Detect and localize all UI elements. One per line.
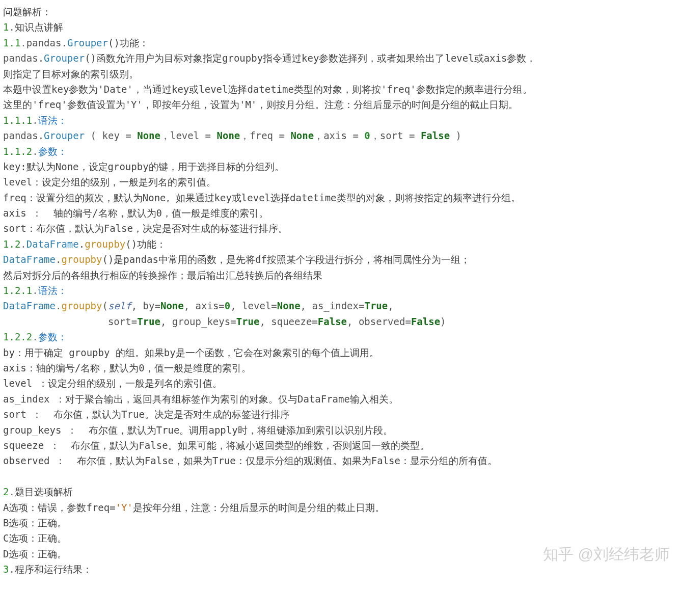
option-b: B选项：正确。 [3, 515, 677, 530]
groupby-signature-2: DataFrame.groupby(sort=True, group_keys=… [3, 314, 677, 329]
param2-sq: squeeze ： 布尔值，默认为False。如果可能，将减小返回类型的维数，否… [3, 438, 677, 453]
section-1-1-1: 1.1.1.语法： [3, 113, 677, 128]
para-grouper-desc-3: 这里的'freq'参数值设置为'Y'，即按年分组，设置为'M'，则按月分组。注意… [3, 97, 677, 112]
param2-axis: axis：轴的编号/名称，默认为0，值一般是维度的索引。 [3, 360, 677, 376]
param2-asidx: as_index ：对于聚合输出，返回具有组标签作为索引的对象。仅与DataFr… [3, 391, 677, 407]
blank [3, 469, 677, 484]
section-1-1: 1.1.pandas.Grouper()功能： [3, 35, 677, 50]
param-axis: axis ： 轴的编号/名称，默认为0，值一般是维度的索引。 [3, 205, 677, 221]
section-1: 1.知识点讲解 [3, 19, 677, 35]
param-freq: freq：设置分组的频次，默认为None。如果通过key或level选择date… [3, 190, 677, 205]
para-grouper-desc-2: 本题中设置key参数为'Date'，当通过key或level选择datetime… [3, 82, 677, 97]
param-level: level：设定分组的级别，一般是列名的索引值。 [3, 174, 677, 190]
param2-sort: sort ： 布尔值，默认为True。决定是否对生成的标签进行排序 [3, 407, 677, 422]
param2-gk: group_keys ： 布尔值，默认为True。调用apply时，将组键添加到… [3, 422, 677, 438]
title: 问题解析： [3, 4, 677, 19]
param-sort: sort：布尔值，默认为False，决定是否对生成的标签进行排序。 [3, 221, 677, 236]
option-d: D选项：正确。 [3, 546, 677, 561]
option-a: A选项：错误，参数freq='Y'是按年分组，注意：分组后显示的时间是分组的截止… [3, 500, 677, 515]
option-c: C选项：正确。 [3, 530, 677, 546]
grouper-signature: pandas.Grouper ( key = None，level = None… [3, 128, 677, 143]
section-2: 2.题目选项解析 [3, 484, 677, 499]
para-grouper-desc-1: pandas.Grouper()函数允许用户为目标对象指定groupby指令通过… [3, 50, 677, 66]
para-grouper-desc-1b: 则指定了目标对象的索引级别。 [3, 66, 677, 82]
section-3: 3.程序和运行结果： [3, 561, 677, 577]
section-1-2-2: 1.2.2.参数： [3, 329, 677, 344]
para-groupby-desc-2: 然后对拆分后的各组执行相应的转换操作；最后输出汇总转换后的各组结果 [3, 267, 677, 283]
section-1-1-2: 1.1.2.参数： [3, 144, 677, 159]
groupby-signature-1: DataFrame.groupby(self, by=None, axis=0,… [3, 298, 677, 313]
param2-level: level ：设定分组的级别，一般是列名的索引值。 [3, 376, 677, 391]
para-groupby-desc-1: DataFrame.groupby()是pandas中常用的函数，是先将df按照… [3, 252, 677, 267]
section-1-2: 1.2.DataFrame.groupby()功能： [3, 236, 677, 252]
param2-by: by：用于确定 groupby 的组。如果by是一个函数，它会在对象索引的每个值… [3, 345, 677, 360]
param2-obs: observed ： 布尔值，默认为False，如果为True：仅显示分组的观测… [3, 453, 677, 468]
section-1-2-1: 1.2.1.语法： [3, 283, 677, 298]
param-key: key:默认为None，设定groupby的键，用于选择目标的分组列。 [3, 159, 677, 174]
